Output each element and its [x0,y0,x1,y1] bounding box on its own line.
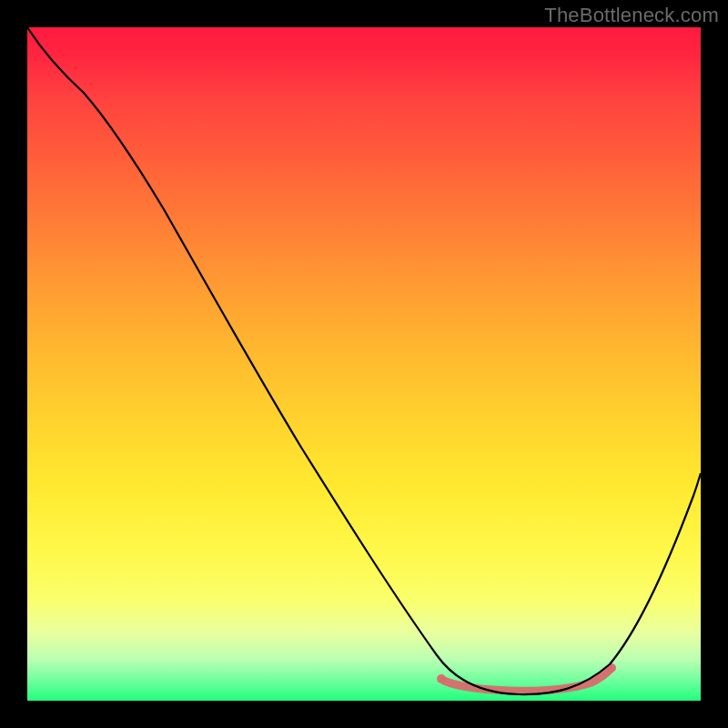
watermark-text: TheBottleneck.com [544,4,719,27]
chart-frame: TheBottleneck.com [0,0,728,728]
plot-area [27,27,701,701]
accent-dot-left [437,674,446,683]
curve-layer [27,27,701,701]
bottleneck-curve [27,27,701,694]
